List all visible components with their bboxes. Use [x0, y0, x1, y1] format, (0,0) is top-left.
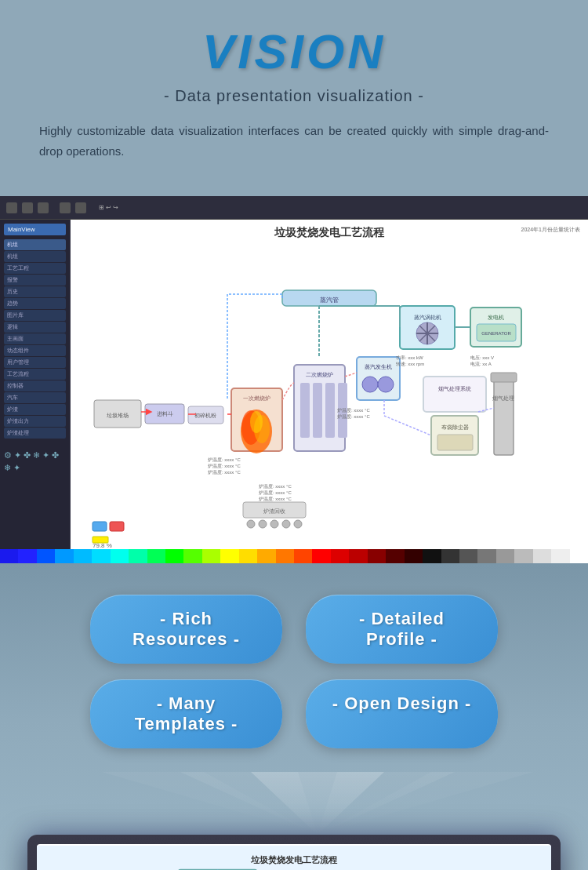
svg-text:二次燃烧炉: 二次燃烧炉: [306, 372, 333, 378]
svg-text:进料斗: 进料斗: [157, 411, 173, 417]
svg-text:布袋除尘器: 布袋除尘器: [441, 424, 469, 430]
svg-text:炉温度: xxxx °C: 炉温度: xxxx °C: [259, 483, 292, 489]
svg-text:电压: xxx V: 电压: xxx V: [470, 355, 494, 360]
svg-text:蒸汽管: 蒸汽管: [320, 297, 339, 304]
svg-rect-18: [300, 383, 310, 438]
device-frame: 垃圾焚烧发电工艺流程 垃圾堆场 进料斗 一次燃烧炉 二次燃烧炉: [27, 835, 561, 870]
svg-text:发电机: 发电机: [488, 315, 504, 320]
svg-point-28: [378, 377, 394, 392]
sidebar-icon-1: ⚙: [4, 450, 12, 460]
page-description: Highly customizable data visualization i…: [39, 121, 549, 161]
feature-rich-resources[interactable]: - Rich Resources -: [90, 595, 282, 664]
feature-many-templates-label: - Many Templates -: [135, 693, 238, 733]
sidebar-icon-8: ✦: [13, 463, 20, 473]
svg-point-12: [250, 411, 263, 433]
svg-rect-56: [491, 373, 517, 382]
sidebar-item-4[interactable]: 报警: [4, 275, 66, 286]
diagram-canvas: 垃圾焚烧发电工艺流程 2024年1月份总量统计表 垃圾堆场 进料斗 初碎机粉: [71, 220, 588, 549]
svg-point-27: [362, 377, 378, 392]
svg-text:电流: xx A: 电流: xx A: [470, 361, 492, 366]
svg-text:转速: xxx rpm: 转速: xxx rpm: [396, 362, 424, 366]
svg-rect-19: [313, 383, 322, 438]
page-title: VISION: [39, 24, 549, 79]
sidebar-item-6[interactable]: 趋势: [4, 298, 66, 309]
feature-many-templates[interactable]: - Many Templates -: [90, 679, 282, 748]
sidebar-item-3[interactable]: 工艺工程: [4, 263, 66, 274]
sidebar-header: MainView: [4, 224, 66, 235]
diagram-date: 2024年1月份总量统计表: [521, 226, 580, 234]
sidebar-item-13[interactable]: 控制器: [4, 380, 66, 391]
app-screenshot: ⊞ ↩ ↪ MainView 机组 机组 工艺工程 报警 历史 趋势 图片库 逻…: [0, 196, 588, 563]
device-container: 垃圾焚烧发电工艺流程 垃圾堆场 进料斗 一次燃烧炉 二次燃烧炉: [27, 835, 561, 870]
sidebar-icon-3: ✤: [24, 450, 31, 460]
svg-rect-68: [93, 537, 108, 543]
screen-diagram: 垃圾焚烧发电工艺流程 垃圾堆场 进料斗 一次燃烧炉 二次燃烧炉: [37, 844, 551, 870]
features-grid: - Rich Resources - - Detailed Profile - …: [90, 595, 498, 748]
page-subtitle: - Data presentation visualization -: [39, 87, 549, 105]
svg-point-66: [294, 520, 302, 528]
app-main-diagram: 垃圾焚烧发电工艺流程 2024年1月份总量统计表 垃圾堆场 进料斗 初碎机粉: [71, 220, 588, 549]
sidebar-item-17[interactable]: 炉渣处理: [4, 428, 66, 439]
svg-text:炉渣回收: 炉渣回收: [263, 508, 285, 514]
feature-open-design-label: - Open Design -: [332, 693, 472, 713]
svg-text:炉温度: xxxx °C: 炉温度: xxxx °C: [337, 407, 370, 413]
svg-rect-70: [110, 522, 124, 531]
diagram-title: 垃圾焚烧发电工艺流程: [71, 220, 588, 243]
toolbar-btn-2: [22, 202, 33, 213]
svg-text:炉温度: xxxx °C: 炉温度: xxxx °C: [208, 469, 241, 475]
svg-point-64: [270, 520, 278, 528]
process-diagram-svg: 垃圾堆场 进料斗 初碎机粉 一次燃烧炉 炉温度: xxxx °C 炉温度: x: [71, 243, 588, 549]
color-bar: [0, 549, 588, 563]
sidebar-item-1[interactable]: 机组: [4, 239, 66, 250]
feature-open-design[interactable]: - Open Design -: [306, 679, 498, 748]
sidebar-item-14[interactable]: 汽车: [4, 392, 66, 403]
svg-point-65: [282, 520, 290, 528]
svg-rect-20: [325, 383, 335, 438]
svg-text:垃圾堆场: 垃圾堆场: [106, 413, 129, 418]
sidebar-item-12[interactable]: 工艺流程: [4, 369, 66, 380]
sidebar-item-9[interactable]: 主画面: [4, 333, 66, 344]
svg-rect-54: [437, 435, 473, 450]
device-screen: 垃圾焚烧发电工艺流程 垃圾堆场 进料斗 一次燃烧炉 二次燃烧炉: [37, 844, 551, 870]
feature-detailed-profile-label: - Detailed Profile -: [359, 609, 445, 649]
sidebar-icon-4: ❄: [33, 450, 40, 460]
svg-text:GENERATOR: GENERATOR: [481, 331, 511, 336]
svg-point-63: [259, 520, 267, 528]
sidebar-icon-2: ✦: [14, 450, 21, 460]
svg-text:烟气处理系统: 烟气处理系统: [438, 386, 471, 391]
bottom-section: - Rich Resources - - Detailed Profile - …: [0, 563, 588, 870]
sidebar-item-8[interactable]: 逻辑: [4, 322, 66, 333]
toolbar-btn-1: [6, 202, 17, 213]
sidebar-item-5[interactable]: 历史: [4, 286, 66, 297]
svg-rect-55: [494, 377, 514, 455]
sidebar-item-15[interactable]: 炉渣: [4, 404, 66, 415]
svg-text:蒸汽涡轮机: 蒸汽涡轮机: [414, 315, 441, 320]
sidebar-item-11[interactable]: 用户管理: [4, 357, 66, 368]
toolbar-btn-4: [60, 202, 71, 213]
svg-text:烟气处理: 烟气处理: [492, 395, 514, 401]
light-beams-svg: [24, 772, 588, 835]
toolbar-label: ⊞ ↩ ↪: [99, 204, 118, 211]
feature-rich-resources-label: - Rich Resources -: [132, 609, 240, 649]
svg-point-62: [247, 520, 255, 528]
svg-text:炉温度: xxxx °C: 炉温度: xxxx °C: [208, 463, 241, 468]
sidebar-item-2[interactable]: 机组: [4, 251, 66, 262]
sidebar-item-7[interactable]: 图片库: [4, 310, 66, 321]
app-toolbar: ⊞ ↩ ↪: [0, 196, 588, 220]
app-sidebar: MainView 机组 机组 工艺工程 报警 历史 趋势 图片库 逻辑 主画面 …: [0, 220, 71, 549]
svg-text:炉温度: xxxx °C: 炉温度: xxxx °C: [259, 496, 292, 501]
sidebar-item-16[interactable]: 炉渣出力: [4, 416, 66, 427]
sidebar-icon-5: ✦: [42, 450, 49, 460]
toolbar-btn-3: [38, 202, 49, 213]
svg-text:一次燃烧炉: 一次燃烧炉: [243, 395, 270, 402]
svg-rect-58: [423, 377, 486, 412]
svg-text:蒸汽发生机: 蒸汽发生机: [365, 364, 392, 369]
svg-text:垃圾焚烧发电工艺流程: 垃圾焚烧发电工艺流程: [250, 855, 338, 865]
svg-text:功率: xxx kW: 功率: xxx kW: [396, 355, 423, 360]
sidebar-icon-7: ❄: [4, 463, 11, 473]
svg-text:炉温度: xxxx °C: 炉温度: xxxx °C: [208, 457, 241, 462]
sidebar-item-10[interactable]: 动态组件: [4, 345, 66, 356]
sidebar-icons: ⚙ ✦ ✤ ❄ ✦ ✤ ❄ ✦: [4, 450, 66, 473]
feature-detailed-profile[interactable]: - Detailed Profile -: [306, 595, 498, 664]
svg-rect-69: [93, 522, 107, 531]
